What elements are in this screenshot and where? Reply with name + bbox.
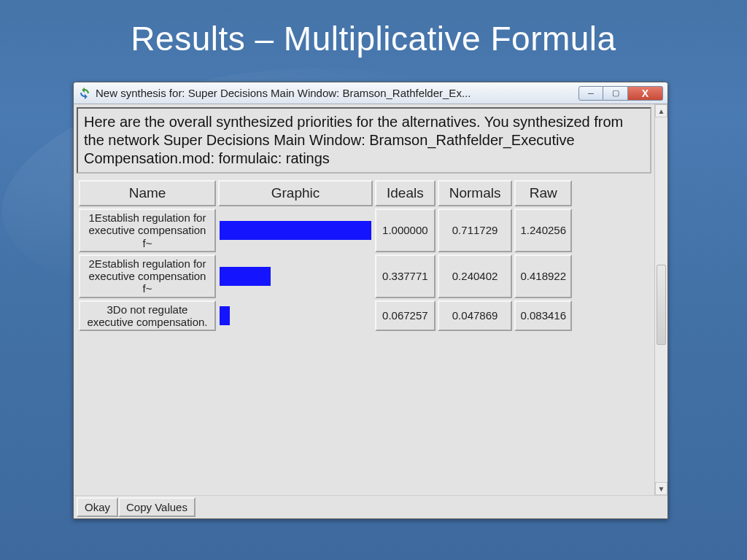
col-normals: Normals <box>438 180 513 206</box>
cell-name: 1Establish regulation for executive comp… <box>79 209 216 252</box>
slide-title: Results – Multiplicative Formula <box>23 19 724 58</box>
okay-button[interactable]: Okay <box>77 497 118 517</box>
results-table: Name Graphic Ideals Normals Raw 1Establi… <box>77 178 574 333</box>
window-title: New synthesis for: Super Decisions Main … <box>96 87 574 99</box>
cell-name: 3Do not regulate executive compensation. <box>79 300 216 332</box>
col-name: Name <box>79 180 216 206</box>
description-text: Here are the overall synthesized priorit… <box>77 107 651 174</box>
priority-bar <box>220 267 271 286</box>
slide-background: Results – Multiplicative Formula New syn… <box>0 0 747 560</box>
col-raw: Raw <box>514 180 572 206</box>
application-window: New synthesis for: Super Decisions Main … <box>73 82 668 519</box>
cell-ideals: 1.000000 <box>375 209 436 252</box>
scroll-down-icon[interactable]: ▼ <box>655 482 667 495</box>
cell-normals: 0.711729 <box>438 209 513 252</box>
priority-bar <box>220 221 371 240</box>
cell-ideals: 0.337771 <box>375 254 436 298</box>
cell-normals: 0.047869 <box>438 300 513 332</box>
window-controls: ─ ▢ X <box>578 86 663 101</box>
cell-graphic <box>218 254 373 298</box>
scroll-thumb[interactable] <box>657 265 666 345</box>
cell-graphic <box>218 209 373 252</box>
copy-values-button[interactable]: Copy Values <box>118 497 196 517</box>
minimize-button[interactable]: ─ <box>578 86 603 101</box>
table-header-row: Name Graphic Ideals Normals Raw <box>79 180 572 206</box>
cell-graphic <box>218 300 373 332</box>
col-graphic: Graphic <box>218 180 373 206</box>
cell-raw: 0.083416 <box>514 300 572 332</box>
table-row: 2Establish regulation for executive comp… <box>79 254 572 298</box>
maximize-button[interactable]: ▢ <box>603 86 628 101</box>
window-client-area: Here are the overall synthesized priorit… <box>74 104 667 495</box>
priority-bar <box>220 306 230 325</box>
cell-name: 2Establish regulation for executive comp… <box>79 254 216 298</box>
scroll-up-icon[interactable]: ▲ <box>655 104 667 117</box>
col-ideals: Ideals <box>375 180 436 206</box>
window-footer: Okay Copy Values <box>74 495 667 518</box>
cell-ideals: 0.067257 <box>375 300 436 332</box>
close-button[interactable]: X <box>628 86 663 101</box>
content-pane: Here are the overall synthesized priorit… <box>74 104 654 495</box>
vertical-scrollbar[interactable]: ▲ ▼ <box>654 104 667 495</box>
table-row: 1Establish regulation for executive comp… <box>79 209 572 252</box>
cell-normals: 0.240402 <box>438 254 513 298</box>
app-refresh-icon <box>78 87 91 100</box>
cell-raw: 1.240256 <box>514 209 572 252</box>
window-titlebar[interactable]: New synthesis for: Super Decisions Main … <box>74 82 667 104</box>
cell-raw: 0.418922 <box>514 254 572 298</box>
table-row: 3Do not regulate executive compensation.… <box>79 300 572 332</box>
